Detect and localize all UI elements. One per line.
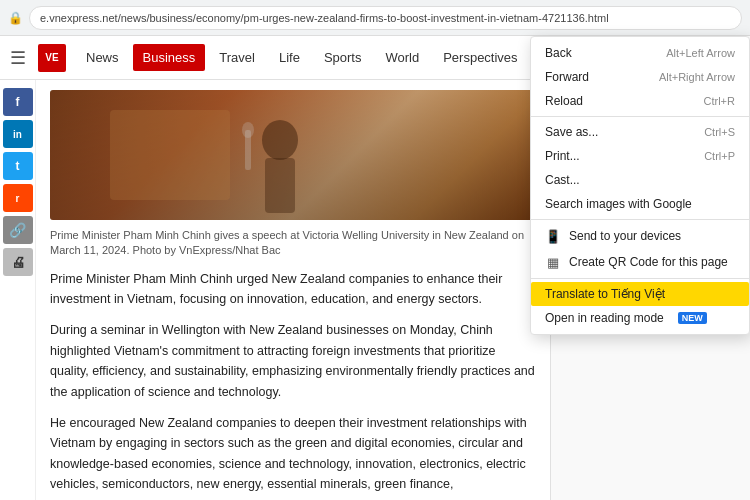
ctx-new-badge: NEW xyxy=(678,312,707,324)
ctx-send-devices[interactable]: 📱 Send to your devices xyxy=(531,223,749,249)
ctx-reload-label: Reload xyxy=(545,94,583,108)
qr-code-icon: ▦ xyxy=(545,254,561,270)
social-sidebar: f in t r 🔗 🖨 xyxy=(0,80,36,500)
ctx-print-shortcut: Ctrl+P xyxy=(704,150,735,162)
nav-logo[interactable]: VE xyxy=(38,44,66,72)
ctx-forward-shortcut: Alt+Right Arrow xyxy=(659,71,735,83)
ctx-send-devices-label: Send to your devices xyxy=(569,229,681,243)
ctx-search-images-label: Search images with Google xyxy=(545,197,692,211)
browser-bar: 🔒 e.vnexpress.net/news/business/economy/… xyxy=(0,0,750,36)
social-facebook-button[interactable]: f xyxy=(3,88,33,116)
social-reddit-button[interactable]: r xyxy=(3,184,33,212)
nav-item-news[interactable]: News xyxy=(76,44,129,71)
ctx-save[interactable]: Save as... Ctrl+S xyxy=(531,120,749,144)
ctx-qr-code[interactable]: ▦ Create QR Code for this page xyxy=(531,249,749,275)
ctx-reload-shortcut: Ctrl+R xyxy=(704,95,735,107)
social-twitter-button[interactable]: t xyxy=(3,152,33,180)
send-devices-icon: 📱 xyxy=(545,228,561,244)
article-area: Prime Minister Pham Minh Chinh gives a s… xyxy=(36,80,550,500)
article-paragraph-1: Prime Minister Pham Minh Chinh urged New… xyxy=(50,269,536,310)
url-bar[interactable]: e.vnexpress.net/news/business/economy/pm… xyxy=(29,6,742,30)
nav-item-life[interactable]: Life xyxy=(269,44,310,71)
ctx-cast-label: Cast... xyxy=(545,173,580,187)
ctx-reload[interactable]: Reload Ctrl+R xyxy=(531,89,749,113)
article-paragraph-3: He encouraged New Zealand companies to d… xyxy=(50,413,536,500)
svg-point-4 xyxy=(242,122,254,138)
ctx-save-label: Save as... xyxy=(545,125,598,139)
social-linkedin-button[interactable]: in xyxy=(3,120,33,148)
url-text: e.vnexpress.net/news/business/economy/pm… xyxy=(40,12,609,24)
svg-rect-0 xyxy=(110,110,230,200)
nav-item-travel[interactable]: Travel xyxy=(209,44,265,71)
nav-item-world[interactable]: World xyxy=(375,44,429,71)
article-body: Prime Minister Pham Minh Chinh urged New… xyxy=(50,269,536,500)
ctx-translate[interactable]: Translate to Tiếng Việt xyxy=(531,282,749,306)
svg-point-1 xyxy=(262,120,298,160)
browser-icon: 🔒 xyxy=(8,11,23,25)
ctx-back[interactable]: Back Alt+Left Arrow xyxy=(531,41,749,65)
social-link-button[interactable]: 🔗 xyxy=(3,216,33,244)
ctx-back-label: Back xyxy=(545,46,572,60)
ctx-qr-code-label: Create QR Code for this page xyxy=(569,255,728,269)
image-caption: Prime Minister Pham Minh Chinh gives a s… xyxy=(50,228,536,259)
ctx-reading-mode[interactable]: Open in reading mode NEW xyxy=(531,306,749,330)
nav-item-business[interactable]: Business xyxy=(133,44,206,71)
social-print-button[interactable]: 🖨 xyxy=(3,248,33,276)
ctx-divider-1 xyxy=(531,116,749,117)
ctx-save-shortcut: Ctrl+S xyxy=(704,126,735,138)
ctx-forward[interactable]: Forward Alt+Right Arrow xyxy=(531,65,749,89)
nav-item-perspectives[interactable]: Perspectives xyxy=(433,44,527,71)
article-image xyxy=(50,90,536,220)
ctx-print[interactable]: Print... Ctrl+P xyxy=(531,144,749,168)
ctx-divider-2 xyxy=(531,219,749,220)
ctx-divider-3 xyxy=(531,278,749,279)
article-paragraph-2: During a seminar in Wellington with New … xyxy=(50,320,536,403)
ctx-back-shortcut: Alt+Left Arrow xyxy=(666,47,735,59)
ctx-forward-label: Forward xyxy=(545,70,589,84)
svg-rect-2 xyxy=(265,158,295,213)
ctx-print-label: Print... xyxy=(545,149,580,163)
ctx-translate-label: Translate to Tiếng Việt xyxy=(545,287,665,301)
ctx-reading-mode-label: Open in reading mode xyxy=(545,311,664,325)
nav-item-sports[interactable]: Sports xyxy=(314,44,372,71)
ctx-cast[interactable]: Cast... xyxy=(531,168,749,192)
hamburger-icon[interactable]: ☰ xyxy=(10,47,26,69)
ctx-search-images[interactable]: Search images with Google xyxy=(531,192,749,216)
context-menu: Back Alt+Left Arrow Forward Alt+Right Ar… xyxy=(530,36,750,335)
